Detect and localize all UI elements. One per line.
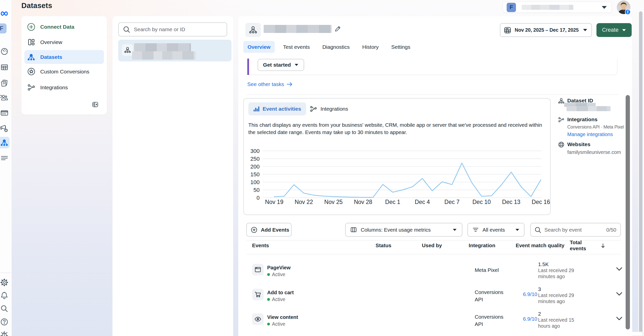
col-header-total-events[interactable]: Total events bbox=[570, 239, 597, 251]
col-header-events[interactable]: Events bbox=[252, 242, 269, 248]
sidebar-item-custom-conversions[interactable]: Custom Conversions bbox=[24, 65, 104, 78]
date-range-button[interactable]: Nov 20, 2025 – Dec 17, 2025 bbox=[500, 23, 592, 37]
ads-megaphone-icon[interactable] bbox=[0, 124, 8, 132]
get-started-button[interactable]: Get started bbox=[258, 59, 304, 71]
create-label: Create bbox=[602, 27, 619, 33]
section-divider bbox=[246, 95, 619, 95]
business-selector[interactable]: F bbox=[503, 2, 612, 13]
svg-text:Dec 1: Dec 1 bbox=[385, 199, 400, 205]
emq-value[interactable]: 6.9/10 bbox=[523, 316, 537, 322]
event-status: Active bbox=[267, 321, 285, 327]
add-events-label: Add Events bbox=[261, 227, 289, 233]
detail-text-group: Integrations Conversions API · Meta Pixe… bbox=[567, 116, 624, 137]
col-header-integration[interactable]: Integration bbox=[469, 242, 495, 248]
tab-overview[interactable]: Overview bbox=[243, 41, 275, 53]
content-pages-icon[interactable] bbox=[0, 79, 8, 87]
chevron-down-icon[interactable] bbox=[616, 317, 622, 321]
svg-text:50: 50 bbox=[254, 187, 260, 193]
tab-diagnostics[interactable]: Diagnostics bbox=[318, 41, 354, 53]
business-avatar-f[interactable]: F bbox=[0, 23, 7, 33]
tab-test-events[interactable]: Test events bbox=[279, 41, 314, 53]
audiences-people-icon[interactable] bbox=[0, 94, 8, 102]
table-row[interactable]: PageView Active Meta Pixel 1.5K Last rec… bbox=[243, 264, 621, 288]
svg-text:Dec 16: Dec 16 bbox=[532, 199, 550, 205]
manage-integrations-link[interactable]: Manage integrations bbox=[567, 132, 624, 137]
table-row[interactable]: Add to cart Active ConversionsAPI 6.9/10… bbox=[243, 289, 621, 313]
overview-panels-icon bbox=[27, 38, 35, 47]
meta-logo-icon[interactable] bbox=[0, 10, 8, 18]
rail-divider bbox=[1, 273, 11, 273]
caret-down-icon bbox=[622, 29, 626, 31]
total-events-value: 3 bbox=[538, 286, 541, 292]
browser-scrollbar-thumb[interactable] bbox=[639, 11, 642, 336]
sidebar-item-overview[interactable]: Overview bbox=[24, 35, 104, 49]
scroll-content: Get started See other tasks Event activi… bbox=[243, 59, 626, 336]
plus-circle-icon bbox=[251, 227, 257, 233]
plus-circle-icon bbox=[27, 23, 35, 31]
notifications-bell-icon[interactable] bbox=[0, 291, 8, 300]
events-filter-dropdown[interactable]: All events bbox=[467, 223, 525, 237]
see-other-tasks-link[interactable]: See other tasks bbox=[247, 81, 293, 87]
status-label: Active bbox=[272, 297, 285, 302]
settings-gear-icon[interactable] bbox=[0, 278, 8, 286]
detail-websites: Websites familysmileuniverse.com bbox=[558, 141, 621, 155]
chevron-down-icon[interactable] bbox=[616, 267, 622, 271]
tab-settings[interactable]: Settings bbox=[387, 41, 415, 53]
datasets-network-icon[interactable] bbox=[0, 139, 8, 147]
svg-text:Nov 25: Nov 25 bbox=[324, 199, 343, 205]
integration-cell: ConversionsAPI bbox=[475, 288, 503, 303]
eye-icon bbox=[254, 316, 261, 323]
sidebar-item-connect-data[interactable]: Connect Data bbox=[24, 20, 104, 34]
dataset-search-input[interactable]: Search by name or ID bbox=[118, 22, 227, 36]
last-received: Last received 29minutes ago bbox=[538, 292, 574, 304]
svg-text:Dec 7: Dec 7 bbox=[445, 199, 460, 205]
edit-pencil-icon[interactable] bbox=[335, 25, 341, 32]
filter-icon bbox=[472, 227, 479, 233]
columns-icon bbox=[350, 226, 357, 233]
business-avatar: F bbox=[507, 3, 516, 12]
billing-card-icon[interactable] bbox=[0, 109, 8, 117]
columns-dropdown[interactable]: Columns: Event usage metrics bbox=[345, 223, 462, 237]
add-events-button[interactable]: Add Events bbox=[246, 223, 292, 237]
panel-scrollbar-thumb[interactable] bbox=[626, 95, 630, 329]
dataset-id-redacted-2 bbox=[567, 106, 611, 111]
chevron-down-icon[interactable] bbox=[616, 292, 622, 296]
search-icon[interactable] bbox=[0, 305, 8, 313]
report-bug-icon[interactable] bbox=[0, 331, 8, 336]
search-count: 0/50 bbox=[606, 227, 616, 233]
last-received: Last received 15hours ago bbox=[538, 317, 574, 329]
all-tools-lines-icon[interactable] bbox=[0, 154, 8, 162]
svg-text:Dec 13: Dec 13 bbox=[502, 199, 520, 205]
col-header-emq[interactable]: Event match quality bbox=[516, 242, 565, 248]
app-rail: F bbox=[0, 0, 12, 336]
integration-cell: ConversionsAPI bbox=[475, 313, 503, 328]
help-question-icon[interactable] bbox=[0, 318, 8, 326]
collapse-sidebar-icon[interactable] bbox=[92, 101, 98, 108]
sidebar-item-label: Datasets bbox=[40, 54, 62, 60]
sidebar-item-label: Connect Data bbox=[40, 24, 74, 30]
emq-value[interactable]: 6.9/10 bbox=[523, 291, 537, 297]
date-range-label: Nov 20, 2025 – Dec 17, 2025 bbox=[515, 27, 579, 33]
dataset-list-item-selected[interactable] bbox=[118, 40, 231, 61]
last-received-line2: hours ago bbox=[538, 323, 560, 329]
col-header-status[interactable]: Status bbox=[376, 242, 391, 248]
star-circle-icon bbox=[27, 67, 35, 76]
dataset-avatar-tile bbox=[245, 23, 261, 37]
col-header-used-by[interactable]: Used by bbox=[422, 242, 442, 248]
sidebar-item-datasets[interactable]: Datasets bbox=[24, 50, 104, 64]
svg-text:Nov 19: Nov 19 bbox=[265, 199, 284, 205]
table-row[interactable]: View content Active ConversionsAPI 6.9/1… bbox=[243, 313, 621, 336]
sidebar-item-integrations[interactable]: Integrations bbox=[24, 80, 104, 94]
insights-gauge-icon[interactable] bbox=[0, 47, 8, 55]
datasets-network-icon bbox=[124, 47, 131, 54]
search-by-event-input[interactable]: Search by event 0/50 bbox=[530, 223, 621, 237]
browser-window-icon bbox=[254, 266, 261, 273]
event-icon-tile bbox=[252, 313, 264, 325]
planning-table-icon[interactable] bbox=[0, 63, 8, 71]
tab-history[interactable]: History bbox=[358, 41, 383, 53]
search-icon bbox=[534, 226, 541, 233]
svg-text:Dec 4: Dec 4 bbox=[415, 199, 430, 205]
active-dot-icon bbox=[267, 298, 270, 301]
create-button[interactable]: Create bbox=[596, 23, 632, 37]
sort-descending-icon[interactable] bbox=[600, 243, 606, 248]
